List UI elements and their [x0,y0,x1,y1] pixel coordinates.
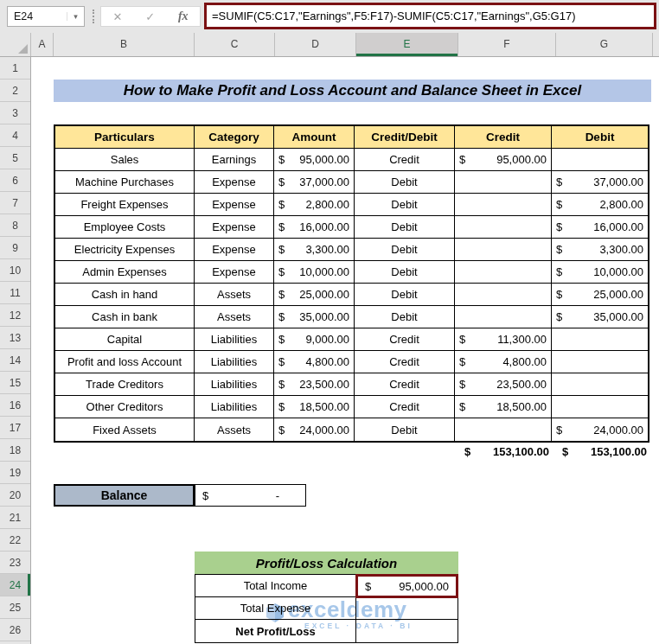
cell-credit-debit[interactable]: Credit [355,396,455,418]
cell-credit[interactable]: $18,500.00 [455,396,552,418]
cell-debit[interactable] [552,351,648,373]
cell-particulars[interactable]: Machine Purchases [55,171,195,194]
cell-category[interactable]: Liabilities [195,396,274,418]
row-header-9[interactable]: 9 [0,237,30,259]
cell-credit[interactable] [455,284,552,306]
pl-label-total-expense[interactable]: Total Expense [195,597,356,620]
header-category[interactable]: Category [195,126,274,149]
cell-E25[interactable] [356,597,457,620]
row-header-23[interactable]: 23 [0,552,30,574]
row-header-10[interactable]: 10 [0,259,30,282]
row-header-5[interactable]: 5 [0,147,30,169]
select-all-button[interactable] [0,33,31,56]
cell-credit[interactable] [455,239,552,261]
row-header-16[interactable]: 16 [0,394,30,417]
cell-particulars[interactable]: Sales [55,149,195,171]
row-header-8[interactable]: 8 [0,214,30,237]
cell-credit-debit[interactable]: Debit [355,171,455,194]
cell-particulars[interactable]: Fixed Assets [55,418,195,441]
cell-credit-debit[interactable]: Credit [355,351,455,373]
cell-category[interactable]: Liabilities [195,373,274,396]
column-header-E[interactable]: E [356,33,458,56]
row-header-26[interactable]: 26 [0,619,30,641]
cell-debit[interactable]: $35,000.00 [552,306,648,328]
cell-amount[interactable]: $16,000.00 [274,216,355,239]
cell-amount[interactable]: $10,000.00 [274,261,355,284]
cell-particulars[interactable]: Freight Expenses [55,194,195,216]
column-header-G[interactable]: G [556,33,653,56]
cell-particulars[interactable]: Trade Creditors [55,373,195,396]
row-header-7[interactable]: 7 [0,192,30,214]
cell-debit[interactable] [552,328,648,351]
column-header-F[interactable]: F [458,33,556,56]
cell-credit[interactable] [455,216,552,239]
header-debit[interactable]: Debit [552,126,648,149]
row-header-11[interactable]: 11 [0,282,30,304]
cell-credit[interactable] [455,418,552,441]
cell-credit[interactable] [455,194,552,216]
cell-credit-debit[interactable]: Debit [355,194,455,216]
cell-debit[interactable]: $24,000.00 [552,418,648,441]
cell-category[interactable]: Earnings [195,149,274,171]
cell-amount[interactable]: $95,000.00 [274,149,355,171]
cell-credit[interactable]: $95,000.00 [455,149,552,171]
cell-debit[interactable]: $25,000.00 [552,284,648,306]
row-header-17[interactable]: 17 [0,417,30,439]
header-amount[interactable]: Amount [274,126,355,149]
row-header-15[interactable]: 15 [0,372,30,394]
cell-category[interactable]: Liabilities [195,328,274,351]
cell-E26[interactable] [356,620,457,642]
cell-particulars[interactable]: Cash in hand [55,284,195,306]
balance-value-cell[interactable]: $ - [195,484,306,507]
cell-amount[interactable]: $3,300.00 [274,239,355,261]
cell-amount[interactable]: $4,800.00 [274,351,355,373]
cell-credit[interactable]: $11,300.00 [455,328,552,351]
cell-credit-debit[interactable]: Debit [355,306,455,328]
cell-particulars[interactable]: Admin Expenses [55,261,195,284]
cell-credit[interactable]: $4,800.00 [455,351,552,373]
pl-label-total-income[interactable]: Total Income [195,575,356,597]
cell-credit-debit[interactable]: Debit [355,418,455,441]
cell-category[interactable]: Expense [195,216,274,239]
cell-category[interactable]: Expense [195,261,274,284]
cell-credit-debit[interactable]: Debit [355,284,455,306]
total-credit-cell[interactable]: $ 153,100.00 [458,440,555,462]
cell-credit-debit[interactable]: Credit [355,328,455,351]
name-box-dropdown-icon[interactable]: ▾ [67,12,84,21]
cell-amount[interactable]: $2,800.00 [274,194,355,216]
column-header-D[interactable]: D [275,33,356,56]
cell-particulars[interactable]: Electricity Expenses [55,239,195,261]
cell-particulars[interactable]: Profit and loss Account [55,351,195,373]
row-header-22[interactable]: 22 [0,529,30,552]
cancel-icon[interactable]: ✕ [112,10,122,23]
row-header-1[interactable]: 1 [0,57,30,80]
row-header-2[interactable]: 2 [0,80,30,102]
cell-amount[interactable]: $18,500.00 [274,396,355,418]
cell-debit[interactable] [552,396,648,418]
cell-category[interactable]: Assets [195,418,274,441]
cell-category[interactable]: Liabilities [195,351,274,373]
cell-amount[interactable]: $23,500.00 [274,373,355,396]
row-header-20[interactable]: 20 [0,484,30,507]
row-header-21[interactable]: 21 [0,507,30,529]
row-header-24[interactable]: 24 [0,574,30,596]
pl-label-net-profit-loss[interactable]: Net Profit/Loss [195,620,356,642]
selected-cell-E24[interactable]: $ 95,000.00 [355,574,458,598]
enter-icon[interactable]: ✓ [145,10,155,23]
row-header-12[interactable]: 12 [0,304,30,327]
cell-particulars[interactable]: Other Creditors [55,396,195,418]
formula-bar[interactable]: =SUMIF(C5:C17,"Earnings",F5:F17)-SUMIF(C… [204,3,656,29]
row-header-14[interactable]: 14 [0,349,30,372]
cell-amount[interactable]: $9,000.00 [274,328,355,351]
cell-category[interactable]: Assets [195,284,274,306]
header-credit[interactable]: Credit [455,126,552,149]
header-particulars[interactable]: Particulars [55,126,195,149]
cell-debit[interactable] [552,373,648,396]
row-header-3[interactable]: 3 [0,102,30,124]
cell-credit[interactable]: $23,500.00 [455,373,552,396]
cell-category[interactable]: Expense [195,171,274,194]
cell-particulars[interactable]: Employee Costs [55,216,195,239]
total-debit-cell[interactable]: $ 153,100.00 [556,440,653,462]
cell-category[interactable]: Expense [195,239,274,261]
cell-credit[interactable] [455,171,552,194]
